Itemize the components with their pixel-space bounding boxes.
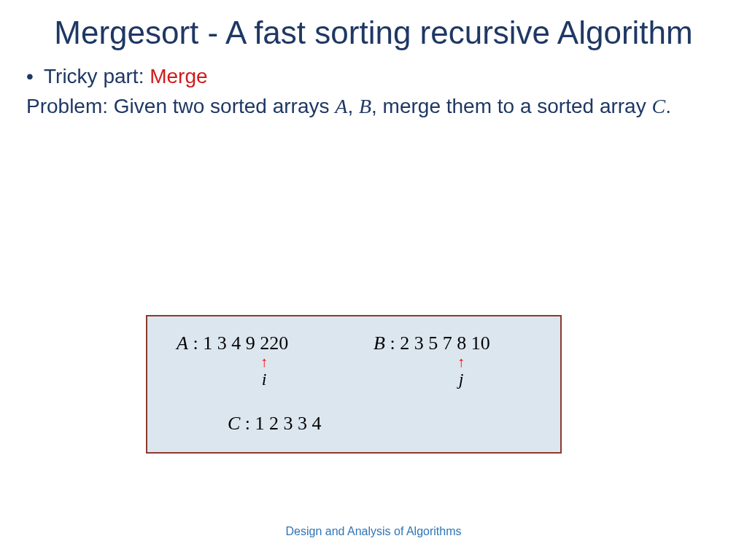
merge-diagram: A : 1 3 4 9 220 B : 2 3 5 7 8 10 ↑ i ↑ j… bbox=[146, 315, 562, 454]
slide-title: Mergesort - A fast sorting recursive Alg… bbox=[0, 0, 747, 52]
array-C-row: C : 1 2 3 3 4 bbox=[228, 413, 322, 435]
bullet-highlight: Merge bbox=[150, 65, 207, 88]
problem-text-1: Problem: Given two sorted arrays bbox=[26, 95, 335, 117]
problem-sep-1: , bbox=[347, 95, 359, 117]
bullet-prefix: Tricky part: bbox=[44, 65, 150, 88]
array-B-row: B : 2 3 5 7 8 10 bbox=[374, 332, 490, 354]
var-C: C bbox=[651, 95, 665, 117]
pointer-i: ↑ i bbox=[257, 354, 271, 390]
arrow-up-icon: ↑ bbox=[454, 354, 468, 369]
var-A: A bbox=[335, 95, 347, 117]
problem-statement: Problem: Given two sorted arrays A, B, m… bbox=[0, 88, 747, 120]
problem-text-3: . bbox=[665, 95, 671, 117]
array-C-values: 1 2 3 3 4 bbox=[255, 413, 322, 434]
array-A-label: A bbox=[177, 332, 188, 354]
array-A-row: A : 1 3 4 9 220 bbox=[177, 332, 288, 354]
var-B: B bbox=[359, 95, 371, 117]
array-B-label: B bbox=[374, 332, 385, 354]
array-B-values: 2 3 5 7 8 10 bbox=[400, 332, 490, 354]
array-C-label: C bbox=[228, 413, 240, 434]
footer-text: Design and Analysis of Algorithms bbox=[0, 525, 747, 538]
pointer-j-label: j bbox=[454, 369, 468, 390]
problem-text-2: , merge them to a sorted array bbox=[371, 95, 651, 117]
arrow-up-icon: ↑ bbox=[257, 354, 271, 369]
array-A-values: 1 3 4 9 220 bbox=[203, 332, 288, 354]
bullet-tricky-part: Tricky part: Merge bbox=[0, 65, 747, 88]
pointer-i-label: i bbox=[257, 369, 271, 390]
pointer-j: ↑ j bbox=[454, 354, 468, 390]
